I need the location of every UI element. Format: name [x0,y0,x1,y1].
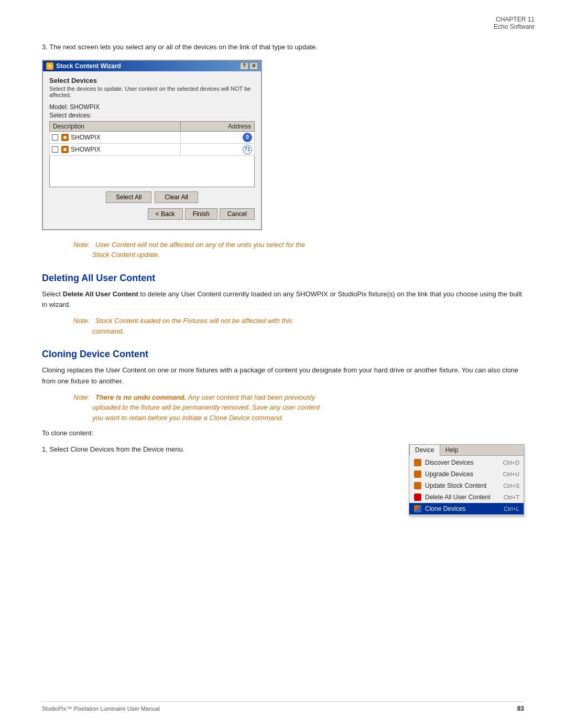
dialog-body: Select Devices Select the devices to upd… [43,71,261,229]
device-checkbox-2[interactable] [52,146,58,153]
device-row-1-desc: SHOWPIX [50,131,181,143]
menu-item-discover-left: Discover Devices [413,458,474,467]
dialog-title-text: Stock Content Wizard [56,62,121,70]
device-tab[interactable]: Device [409,445,440,456]
dialog-section-desc: Select the devices to update. User conte… [49,85,255,98]
clone-shortcut: Ctrl+L [504,506,519,512]
section-clone-heading: Cloning Device Content [42,349,524,360]
dialog-model: Model: SHOWPIX [49,103,255,111]
finish-button[interactable]: Finish [185,208,217,220]
note3-label: Note: [73,393,90,401]
svg-point-0 [63,136,67,139]
step1-label: Select Clone Devices from the Device men… [49,445,184,453]
col-address: Address [181,121,255,131]
note3-block: Note: There is no undo command. Any user… [73,392,524,423]
discover-label: Discover Devices [425,459,474,466]
menu-item-delete-user-left: Delete All User Content [413,493,491,501]
cancel-button[interactable]: Cancel [220,208,255,220]
device-menu-header: Device Help [409,445,524,456]
empty-rows [50,155,255,187]
note1-text: User Content will not be affected on any… [73,241,305,259]
dialog-close-btn[interactable]: ✕ [249,62,258,70]
clone-intro: To clone content: [42,428,524,439]
dialog-titlebar-left: ★ Stock Content Wizard [46,62,121,70]
section-clone-body: Cloning replaces the User Content on one… [42,365,524,387]
device-table: Description Address SHOWPIX [49,121,255,187]
step1-number: 1. [42,445,49,453]
update-stock-icon-shape [414,482,421,489]
clear-all-button[interactable]: Clear All [155,191,198,203]
device-row-2-address: 71 [181,143,255,155]
step3-text: 3. The next screen lets you select any o… [42,42,524,52]
menu-item-upgrade-left: Upgrade Devices [413,470,473,478]
device-menu: Device Help Discover Devices Ctrl+D [409,444,524,516]
upgrade-icon [413,470,422,478]
address-badge-2: 71 [243,145,252,154]
device-row-1: SHOWPIX 0 [50,131,255,143]
dialog-title-icon: ★ [46,62,53,70]
note2-label: Note: [73,317,90,325]
chapter-header: CHAPTER 11 Echo Software [494,16,535,30]
update-stock-label: Update Stock Content [425,482,486,489]
menu-item-discover[interactable]: Discover Devices Ctrl+D [409,457,524,468]
device-row-2: SHOWPIX 71 [50,143,255,155]
note1-block: Note: User Content will not be affected … [73,240,524,260]
device-row-1-address: 0 [181,131,255,143]
device-icon-2 [61,146,69,153]
delete-user-icon-shape [414,494,421,501]
page-number: 83 [517,705,524,712]
delete-body1: Select [42,290,63,298]
note1-label: Note: [73,241,90,249]
section-delete-body: Select Delete All User Content to delete… [42,289,524,311]
dialog-section-title: Select Devices [49,77,255,84]
device-checkbox-1[interactable] [52,134,58,141]
page-footer: StudioPix™ Pixelation Luminaire User Man… [42,701,524,712]
chapter-number: CHAPTER 11 [494,16,535,23]
update-stock-shortcut: Ctrl+S [503,483,519,489]
device-name-2: SHOWPIX [71,146,101,153]
help-tab[interactable]: Help [440,445,464,455]
step1-clone-container: 1. Select Clone Devices from the Device … [42,444,524,516]
menu-item-clone-left: Clone Devices [413,505,465,513]
address-badge-1: 0 [243,133,252,142]
delete-bold: Delete All User Content [63,290,138,298]
upgrade-label: Upgrade Devices [425,470,473,478]
upgrade-shortcut: Ctrl+U [503,471,519,477]
device-icon-1 [61,134,69,141]
discover-icon [413,458,422,467]
delete-user-shortcut: Ctrl+T [504,494,519,500]
chapter-title: Echo Software [494,23,535,30]
note2-text: Stock Content loaded on the Fixtures wil… [73,317,292,335]
dialog-titlebar: ★ Stock Content Wizard ? ✕ [43,61,261,71]
select-clear-buttons: Select All Clear All [49,191,255,203]
device-row-1-checkbox-group: SHOWPIX [52,134,178,141]
menu-item-update-stock-left: Update Stock Content [413,481,486,490]
device-row-2-desc: SHOWPIX [50,143,181,155]
stock-content-wizard-dialog: ★ Stock Content Wizard ? ✕ Select Device… [42,60,262,230]
svg-point-1 [63,148,67,151]
select-all-button[interactable]: Select All [106,191,151,203]
update-stock-icon [413,481,422,490]
menu-item-clone[interactable]: Clone Devices Ctrl+L [409,503,524,515]
back-button[interactable]: < Back [148,208,183,220]
note3-text: There is no undo command. Any user conte… [73,393,320,422]
device-name-1: SHOWPIX [71,134,101,141]
menu-item-delete-user[interactable]: Delete All User Content Ctrl+T [409,491,524,503]
device-menu-items: Discover Devices Ctrl+D Upgrade Devices … [409,456,524,516]
step1-clone-text: 1. Select Clone Devices from the Device … [42,444,393,455]
dialog-nav-buttons: < Back Finish Cancel [49,208,255,224]
clone-icon [413,505,422,513]
content-area: 3. The next screen lets you select any o… [42,42,524,516]
note2-block: Note: Stock Content loaded on the Fixtur… [73,316,524,336]
section-delete-heading: Deleting All User Content [42,273,524,284]
menu-item-upgrade[interactable]: Upgrade Devices Ctrl+U [409,468,524,480]
dialog-question-btn[interactable]: ? [240,62,248,70]
clone-label: Clone Devices [425,505,465,512]
menu-item-update-stock[interactable]: Update Stock Content Ctrl+S [409,480,524,491]
delete-user-icon [413,493,422,501]
dialog-controls: ? ✕ [240,62,258,70]
device-row-2-checkbox-group: SHOWPIX [52,146,178,153]
discover-icon-shape [414,459,421,466]
dialog-select-label: Select devices: [49,112,255,119]
col-description: Description [50,121,181,131]
